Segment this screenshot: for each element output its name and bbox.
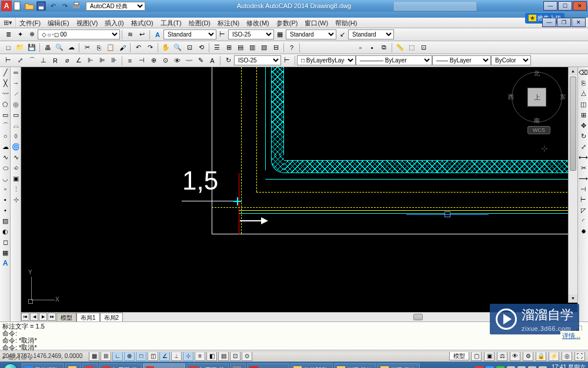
mleader-style-icon[interactable]: ↙: [337, 29, 348, 40]
menu-view[interactable]: 视图(V): [73, 18, 102, 28]
table-icon[interactable]: ▦: [1, 248, 10, 257]
dim-break-icon[interactable]: ⊣: [136, 55, 147, 66]
cut-icon[interactable]: ✂: [82, 42, 92, 53]
chamfer-icon[interactable]: ◸: [579, 205, 588, 215]
move-icon[interactable]: ✥: [579, 121, 588, 130]
color-dropdown[interactable]: □ ByLayerByLayer: [297, 55, 356, 65]
task-folder2[interactable]: 单相200k ...: [290, 363, 333, 368]
clock[interactable]: 17:41 星期六 2017-10-28: [552, 364, 586, 368]
zoom-icon[interactable]: 🔍: [172, 42, 183, 53]
polygon-icon[interactable]: ⬠: [1, 100, 10, 109]
menu-window[interactable]: 窗口(W): [301, 18, 332, 28]
match-icon[interactable]: 🖌: [117, 42, 128, 53]
spline2-icon[interactable]: ∿: [11, 152, 21, 162]
circle-icon[interactable]: ○: [1, 131, 10, 141]
markup-icon[interactable]: ▧: [259, 42, 269, 53]
menu-draw[interactable]: 绘图(D): [185, 18, 214, 28]
region-icon[interactable]: ◻: [1, 237, 10, 247]
qat-undo-icon[interactable]: ↶: [48, 1, 58, 11]
vertical-scrollbar[interactable]: ▲ ▼: [568, 67, 577, 303]
window-menu-icon[interactable]: ⊞▾: [3, 18, 12, 28]
menu-file[interactable]: 文件(F): [16, 18, 44, 28]
new-icon[interactable]: □: [3, 42, 14, 53]
donut-icon[interactable]: ◎: [11, 100, 21, 109]
command-prompt[interactable]: ▸ 键入命令: [0, 352, 588, 362]
zoom-prev-icon[interactable]: ⟲: [196, 42, 206, 53]
text-style-dropdown[interactable]: Standard: [163, 29, 216, 39]
copy-icon[interactable]: ⎘: [93, 42, 104, 53]
arc-icon[interactable]: ⌒: [1, 121, 10, 130]
spline-icon[interactable]: ∿: [1, 152, 10, 162]
close-button[interactable]: ✕: [573, 1, 587, 11]
layer-match-icon[interactable]: ≋: [125, 29, 135, 40]
menu-format[interactable]: 格式(O): [128, 18, 157, 28]
calc-icon[interactable]: ⊟: [270, 42, 281, 53]
extend-icon[interactable]: ⟶: [579, 174, 588, 183]
menu-help[interactable]: 帮助(H): [332, 18, 360, 28]
revcloud-icon[interactable]: ☁: [1, 142, 10, 151]
group-icon[interactable]: ⊡: [418, 42, 429, 53]
start-button[interactable]: [0, 362, 21, 368]
search-input[interactable]: [394, 2, 476, 11]
design-center-icon[interactable]: ⊞: [223, 42, 234, 53]
ray-icon[interactable]: →: [11, 78, 21, 88]
rectangle-icon[interactable]: ▭: [1, 110, 10, 120]
xref-icon[interactable]: ⧉: [379, 42, 389, 53]
rect2-icon[interactable]: ▭: [11, 110, 21, 120]
insert-icon[interactable]: ▪: [367, 42, 377, 53]
properties-icon[interactable]: ☰: [212, 42, 222, 53]
view-cube[interactable]: 上 北 南 东 西: [510, 71, 563, 124]
offset-icon[interactable]: ◫: [579, 100, 588, 109]
boundary-icon[interactable]: ▣: [11, 174, 21, 183]
task-ie[interactable]: 我的经验...: [22, 363, 64, 368]
layer-freeze-icon[interactable]: ❄: [26, 29, 37, 40]
select-icon[interactable]: ⬚: [406, 42, 417, 53]
lineweight-dropdown[interactable]: —— ByLayer: [432, 55, 491, 65]
task-acad1[interactable]: 加工图-机...: [99, 363, 142, 368]
mline-icon[interactable]: ═: [11, 68, 21, 77]
qat-save-icon[interactable]: [36, 1, 46, 11]
measure-icon[interactable]: 📏: [395, 42, 405, 53]
linetype-dropdown[interactable]: ———— ByLayer: [356, 55, 432, 65]
doc-close-button[interactable]: ✕: [572, 18, 586, 27]
dim-radius-icon[interactable]: R: [50, 55, 61, 66]
dim-continue-icon[interactable]: ⊪: [109, 55, 119, 66]
table-style-icon[interactable]: ▦: [275, 29, 285, 40]
menu-insert[interactable]: 插入(I): [101, 18, 127, 28]
tab-layout2[interactable]: 布局2: [100, 313, 123, 321]
tab-last-icon[interactable]: ⏭: [48, 313, 56, 321]
plotstyle-dropdown[interactable]: ByColor: [491, 55, 531, 65]
task-app1[interactable]: [82, 363, 98, 368]
dim-aligned-icon[interactable]: ⤢: [15, 55, 25, 66]
dim-update-icon[interactable]: ↻: [223, 55, 233, 66]
line-icon[interactable]: ╱: [1, 68, 10, 77]
table-style-dropdown[interactable]: Standard: [286, 29, 336, 39]
zoom-window-icon[interactable]: ⊡: [184, 42, 195, 53]
tab-model[interactable]: 模型: [56, 313, 76, 321]
tolerance-icon[interactable]: ⊕: [148, 55, 159, 66]
fillet-icon[interactable]: ◜: [579, 216, 588, 226]
dim-jog-icon[interactable]: 〰: [183, 55, 194, 66]
layer-prev-icon[interactable]: ↩: [136, 29, 147, 40]
undo-icon[interactable]: ↶: [133, 42, 143, 53]
open-icon[interactable]: 📁: [15, 42, 25, 53]
drawing-canvas[interactable]: 1,5 Y X 上 北 南 东 西: [21, 67, 577, 312]
mtext-icon[interactable]: A: [1, 258, 10, 268]
tab-layout1[interactable]: 布局1: [76, 313, 100, 321]
qat-open-icon[interactable]: [25, 1, 34, 11]
inspect-icon[interactable]: 👁: [172, 55, 182, 66]
ellipse-icon[interactable]: ⬭: [1, 163, 10, 173]
task-folder3[interactable]: 整理-机箱...: [334, 363, 376, 368]
dim-linear-icon[interactable]: ⊢: [3, 55, 14, 66]
menu-dimension[interactable]: 标注(N): [214, 18, 243, 28]
dim-arc-icon[interactable]: ⌒: [26, 55, 37, 66]
minimize-button[interactable]: —: [543, 1, 557, 11]
task-acad-current[interactable]: Drawing8...: [143, 363, 185, 368]
menu-modify[interactable]: 修改(M): [243, 18, 273, 28]
paste-icon[interactable]: 📋: [105, 42, 116, 53]
dim-angular-icon[interactable]: ∠: [74, 55, 84, 66]
help-icon[interactable]: ?: [286, 42, 297, 53]
tool-palettes-icon[interactable]: ▤: [235, 42, 246, 53]
tab-first-icon[interactable]: ⏮: [21, 313, 29, 321]
task-folder[interactable]: [65, 363, 81, 368]
